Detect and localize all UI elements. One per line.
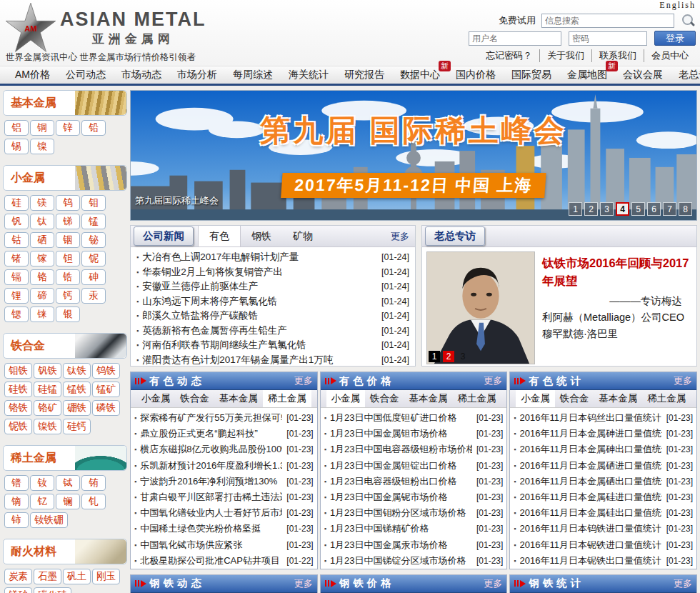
nav-item[interactable]: 老总专访 (671, 69, 700, 81)
news-item[interactable]: ▪ 2016年11月日本金属硒出口量值统计 [01-23] (514, 474, 693, 489)
nav-item[interactable]: 海关统计 (281, 69, 336, 81)
metal-chip[interactable]: 铬矿 (34, 400, 61, 416)
login-button[interactable]: 登录 (654, 31, 696, 46)
news-item[interactable]: ▪ 甘肃白银平川区部署打击稀土违法违规 [01-23] (134, 489, 314, 505)
news-item[interactable]: ▪ 2016年11月日本铌铁出口量值统计 [01-23] (514, 553, 693, 569)
metal-chip[interactable]: 锆 (56, 269, 80, 285)
column-subtab[interactable]: 小金属 (516, 390, 555, 407)
banner-page-button[interactable]: 5 (631, 202, 645, 216)
metal-chip[interactable]: 铬铁 (4, 400, 32, 416)
news-item[interactable]: ▪ 宁波韵升2016年净利润预增130% [01-23] (134, 474, 314, 489)
account-link[interactable]: 会员中心 (644, 49, 696, 62)
column-subtab[interactable]: 铁合金 (365, 390, 404, 407)
banner-page-button[interactable]: 3 (600, 202, 614, 216)
sidebar-section-header[interactable]: 耐火材料 (3, 539, 127, 564)
news-item[interactable]: ▪ 1月23日中国锑锭分区域市场价格 [01-23] (324, 553, 504, 569)
metal-chip[interactable]: 钛 (30, 214, 54, 229)
metal-chip[interactable]: 钕 (30, 475, 54, 491)
metal-chip[interactable]: 钨 (56, 195, 80, 211)
news-item[interactable]: ▪ 安徽亚兰德停止前驱体生产 [01-24] (136, 279, 409, 294)
interview-headline[interactable]: 钛铁市场2016年回顾与2017年展望 (542, 254, 689, 290)
free-trial-link[interactable]: 免费试用 (499, 14, 536, 27)
news-item[interactable]: ▪ 2016年11月日本铌铁进口量值统计 [01-23] (514, 537, 693, 553)
banner-page-button[interactable]: 7 (663, 202, 676, 216)
nav-item[interactable]: 市场分析 (169, 69, 225, 81)
news-item[interactable]: ▪ 2016年11月日本金属砷进口量值统计 [01-23] (514, 426, 693, 442)
news-item[interactable]: ▪ 1月23日电容器级钽粉出口价格 [01-23] (324, 474, 504, 489)
news-item[interactable]: ▪ 2016年11月日本金属硅出口量值统计 [01-23] (514, 505, 693, 521)
search-input[interactable] (541, 14, 674, 28)
account-link[interactable]: 忘记密码？ (479, 49, 539, 62)
news-more-link[interactable]: 更多 (391, 230, 415, 243)
news-item[interactable]: ▪ 1月23日中国金属铌市场价格 [01-23] (324, 489, 504, 505)
metal-chip[interactable]: 钕铁硼 (30, 512, 68, 528)
column-subtab[interactable]: 基本金属 (214, 390, 263, 407)
metal-chip[interactable]: 锰铁 (63, 382, 91, 397)
news-category-tab[interactable]: 有色 (198, 226, 241, 246)
metal-chip[interactable]: 锶 (4, 307, 29, 322)
sidebar-section-header[interactable]: 铁合金 (3, 333, 127, 359)
news-item[interactable]: ▪ 1月23日中国金属钽锭出口价格 [01-23] (324, 458, 504, 474)
column-more-link[interactable]: 更多 (294, 374, 313, 387)
column-subtab[interactable]: 铁合金 (175, 390, 214, 407)
column-subtab[interactable]: 基本金属 (594, 390, 642, 407)
nav-item[interactable]: 国际贸易 (504, 69, 559, 81)
news-item[interactable]: ▪ 北极星勘探公司批准CAP钻井项目 [01-22] (134, 553, 314, 569)
column-more-link[interactable]: 更多 (674, 577, 692, 590)
metal-chip[interactable]: 锰 (81, 214, 106, 229)
metal-chip[interactable]: 镉 (4, 269, 29, 285)
english-link[interactable]: English (410, 0, 696, 11)
metal-chip[interactable]: 碲 (30, 288, 54, 304)
metal-chip[interactable]: 钙 (56, 288, 80, 304)
metal-chip[interactable]: 铜 (30, 120, 54, 136)
news-item[interactable]: ▪ 1月23日中国钼粉分区域市场价格 [01-23] (324, 505, 504, 521)
nav-item[interactable]: 会议会展 (615, 69, 671, 81)
metal-chip[interactable]: 镓 (30, 251, 54, 266)
news-category-tab[interactable]: 钢铁 (241, 226, 282, 246)
metal-chip[interactable]: 磷铁 (92, 400, 120, 416)
metal-chip[interactable]: 锂 (4, 288, 29, 304)
sidebar-section-header[interactable]: 基本金属 (3, 90, 127, 116)
metal-chip[interactable]: 钨铁 (92, 363, 120, 379)
metal-chip[interactable]: 铟 (56, 232, 80, 248)
metal-chip[interactable]: 汞 (81, 288, 106, 304)
news-item[interactable]: ▪ 中国氧化镨钕业内人士看好节后市场 [01-23] (134, 505, 314, 521)
news-item[interactable]: ▪ 探索稀有矿产发行55万美元担保可转换 [01-23] (134, 410, 314, 426)
news-item[interactable]: ▪ 山东鸿远下周末将停产氧氯化锆 [01-24] (136, 294, 409, 309)
nav-item[interactable]: 国内价格 (448, 69, 504, 81)
metal-chip[interactable]: 锗 (4, 251, 29, 266)
column-more-link[interactable]: 更多 (484, 374, 502, 387)
news-item[interactable]: ▪ 1月23日中国锑精矿价格 [01-23] (324, 521, 504, 537)
news-item[interactable]: ▪ 中国稀土绿色荧光粉价格坚挺 [01-23] (134, 521, 314, 537)
news-item[interactable]: ▪ 郎溪久立锆盐将停产碳酸锆 [01-24] (136, 309, 409, 324)
metal-chip[interactable]: 铝 (4, 120, 29, 136)
column-subtab[interactable]: 稀土金属 (263, 390, 311, 407)
news-item[interactable]: ▪ 鼎立股份正式更名“鹏起科技” [01-23] (134, 426, 314, 442)
news-item[interactable]: ▪ 乐凯新材预计2016年度盈利增长1.30% [01-23] (134, 458, 314, 474)
column-subtab[interactable]: 基本金属 (404, 390, 453, 407)
banner-page-button[interactable]: 1 (569, 202, 582, 216)
metal-chip[interactable]: 硅铁 (4, 382, 32, 397)
summit-banner[interactable]: 第九届 国际稀土峰会 2017年5月11-12日 中国 上海 第九届国际稀土峰会… (130, 90, 697, 221)
news-item[interactable]: ▪ 2016年11月日本金属硒进口量值统计 [01-23] (514, 458, 693, 474)
metal-chip[interactable]: 硅 (4, 195, 29, 211)
metal-chip[interactable]: 镧 (56, 494, 80, 509)
news-item[interactable]: ▪ 2016年11月日本钨铁进口量值统计 [01-23] (514, 521, 693, 537)
column-more-link[interactable]: 更多 (674, 374, 692, 387)
sidebar-section-header[interactable]: 稀土金属 (3, 445, 127, 471)
metal-chip[interactable]: 锰矿 (92, 382, 120, 397)
metal-chip[interactable]: 钴 (4, 232, 29, 248)
nav-item[interactable]: 数据中心 新 (392, 69, 448, 81)
news-item[interactable]: ▪ 2016年11月日本钨丝出口量值统计 [01-23] (514, 410, 693, 426)
news-item[interactable]: ▪ 灌阳贵达有色计划2017年锡金属量产出1万吨 [01-24] (136, 353, 409, 368)
metal-chip[interactable]: 铕 (81, 475, 106, 491)
metal-chip[interactable]: 铈 (4, 512, 29, 528)
metal-chip[interactable]: 镁砂 (4, 587, 32, 593)
company-news-tab[interactable]: 公司新闻 (134, 226, 194, 246)
metal-chip[interactable]: 砷 (81, 269, 106, 285)
site-logo[interactable]: AM ASIAN METAL 亚洲金属网 (4, 1, 206, 54)
metal-chip[interactable]: 铼 (30, 307, 54, 322)
column-subtab[interactable]: 稀土金属 (642, 390, 691, 407)
metal-chip[interactable]: 锡 (4, 139, 29, 154)
username-field[interactable] (469, 31, 561, 46)
